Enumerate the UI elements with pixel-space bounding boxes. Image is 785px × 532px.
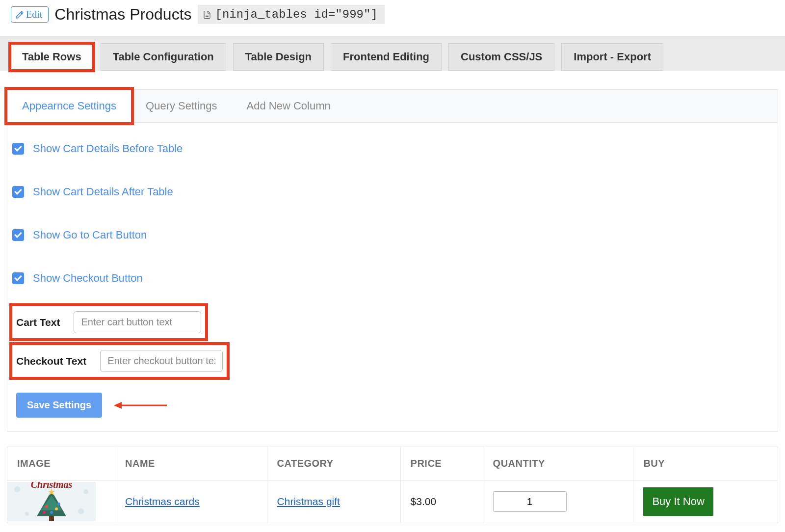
checkbox-row: Show Checkout Button bbox=[12, 263, 773, 293]
document-icon bbox=[203, 10, 211, 20]
save-row: Save Settings bbox=[12, 393, 773, 418]
svg-point-18 bbox=[57, 503, 60, 505]
image-cell: Christmas bbox=[7, 480, 115, 523]
quantity-cell bbox=[483, 480, 633, 523]
column-header-quantity: QUANTITY bbox=[483, 447, 633, 480]
checkbox-label: Show Go to Cart Button bbox=[33, 229, 147, 241]
svg-text:Christmas: Christmas bbox=[31, 482, 73, 490]
svg-point-6 bbox=[83, 489, 88, 494]
buy-it-now-button[interactable]: Buy It Now bbox=[643, 487, 713, 516]
edit-button[interactable]: Edit bbox=[11, 6, 49, 23]
tab-table-configuration[interactable]: Table Configuration bbox=[101, 43, 226, 71]
svg-point-8 bbox=[78, 508, 84, 514]
subtab-appearnce-settings[interactable]: Appearnce Settings bbox=[7, 90, 131, 122]
svg-point-16 bbox=[50, 511, 53, 514]
subtab-query-settings[interactable]: Query Settings bbox=[131, 90, 232, 122]
checkbox-label: Show Cart Details After Table bbox=[33, 186, 173, 198]
column-header-category: CATEGORY bbox=[267, 447, 400, 480]
column-header-image: IMAGE bbox=[7, 447, 115, 480]
name-cell: Christmas cards bbox=[115, 480, 267, 523]
checkbox-row: Show Go to Cart Button bbox=[12, 220, 773, 250]
settings-panel: Appearnce SettingsQuery SettingsAdd New … bbox=[7, 89, 778, 432]
svg-point-17 bbox=[43, 511, 46, 514]
products-table: IMAGENAMECATEGORYPRICEQUANTITYBUY Christ… bbox=[7, 447, 778, 523]
page-title: Christmas Products bbox=[54, 5, 191, 24]
checkbox-show-checkout-button[interactable] bbox=[12, 272, 24, 284]
column-header-name: NAME bbox=[115, 447, 267, 480]
table-header-row: IMAGENAMECATEGORYPRICEQUANTITYBUY bbox=[7, 447, 778, 480]
checkbox-label: Show Cart Details Before Table bbox=[33, 142, 183, 155]
cart-text-label: Cart Text bbox=[16, 317, 60, 328]
tab-table-design[interactable]: Table Design bbox=[233, 43, 324, 71]
table-row: Christmas Christmas cards Christmas gift… bbox=[7, 480, 778, 523]
svg-point-14 bbox=[45, 505, 48, 508]
product-name-link[interactable]: Christmas cards bbox=[125, 496, 200, 507]
primary-tabs-container: Table RowsTable ConfigurationTable Desig… bbox=[0, 36, 785, 71]
arrow-left-icon bbox=[114, 400, 168, 410]
column-header-price: PRICE bbox=[400, 447, 483, 480]
cart-text-row: Cart Text bbox=[12, 306, 205, 338]
checkbox-show-go-to-cart-button[interactable] bbox=[12, 229, 24, 241]
checkout-text-label: Checkout Text bbox=[16, 355, 86, 367]
shortcode-display[interactable]: [ninja_tables id="999"] bbox=[198, 5, 385, 24]
column-header-buy: BUY bbox=[633, 447, 778, 480]
checkout-text-row: Checkout Text bbox=[12, 345, 227, 377]
subtab-add-new-column[interactable]: Add New Column bbox=[232, 90, 345, 122]
sub-tabs-container: Appearnce SettingsQuery SettingsAdd New … bbox=[7, 90, 778, 123]
tab-table-rows[interactable]: Table Rows bbox=[10, 43, 94, 71]
settings-body: Show Cart Details Before TableShow Cart … bbox=[7, 123, 778, 431]
checkbox-row: Show Cart Details After Table bbox=[12, 177, 773, 207]
svg-point-7 bbox=[25, 512, 29, 516]
checkbox-row: Show Cart Details Before Table bbox=[12, 133, 773, 164]
save-settings-button[interactable]: Save Settings bbox=[16, 393, 102, 418]
quantity-input[interactable] bbox=[493, 491, 567, 512]
product-thumbnail: Christmas bbox=[7, 482, 96, 521]
product-category-link[interactable]: Christmas gift bbox=[277, 496, 340, 507]
cart-text-input[interactable] bbox=[74, 311, 201, 333]
buy-cell: Buy It Now bbox=[633, 480, 778, 523]
svg-marker-3 bbox=[114, 402, 122, 409]
checkout-text-input[interactable] bbox=[100, 350, 223, 372]
checkbox-label: Show Checkout Button bbox=[33, 272, 143, 285]
category-cell: Christmas gift bbox=[267, 480, 400, 523]
page-header: Edit Christmas Products [ninja_tables id… bbox=[0, 0, 785, 33]
svg-point-15 bbox=[55, 507, 58, 510]
svg-rect-12 bbox=[49, 516, 54, 521]
shortcode-text: [ninja_tables id="999"] bbox=[215, 8, 378, 21]
pencil-icon bbox=[15, 10, 24, 19]
svg-point-5 bbox=[14, 486, 20, 492]
tab-custom-css-js[interactable]: Custom CSS/JS bbox=[448, 43, 554, 71]
edit-button-label: Edit bbox=[26, 9, 42, 20]
price-cell: $3.00 bbox=[400, 480, 483, 523]
tab-frontend-editing[interactable]: Frontend Editing bbox=[331, 43, 442, 71]
checkbox-show-cart-details-after-table[interactable] bbox=[12, 186, 24, 198]
tab-import-export[interactable]: Import - Export bbox=[561, 43, 663, 71]
checkbox-show-cart-details-before-table[interactable] bbox=[12, 143, 24, 155]
